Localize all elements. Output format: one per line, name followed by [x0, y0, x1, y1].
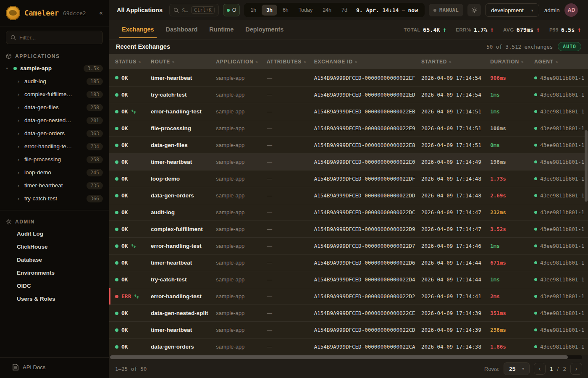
sidebar-item-loop-demo[interactable]: › loop-demo 245 — [0, 166, 109, 179]
table-row[interactable]: OK file-processing sample-app — A154B9A9… — [109, 120, 588, 136]
sidebar-item-oidc[interactable]: OIDC — [0, 279, 109, 292]
sidebar-item-file-processing[interactable]: › file-processing 258 — [0, 153, 109, 166]
table-row[interactable]: OK timer-heartbeat sample-app — A154B9A9… — [109, 321, 588, 338]
started-cell: 2026-04-09 17:14:38 — [421, 344, 490, 350]
avatar[interactable]: AD — [564, 3, 578, 17]
global-search-input[interactable]: S… Ctrl+K — [169, 4, 219, 16]
agent-cell: 43ee9811b801-1 — [534, 243, 588, 249]
started-cell: 2026-04-09 17:14:41 — [421, 293, 490, 299]
sidebar-item-timer-heartbeat[interactable]: › timer-heartbeat 735 — [0, 179, 109, 192]
tab-exchanges[interactable]: Exchanges — [116, 21, 160, 38]
time-range-today[interactable]: Today — [294, 5, 317, 16]
sidebar-item-data-gen-files[interactable]: › data-gen-files 258 — [0, 101, 109, 114]
sidebar-item-clickhouse[interactable]: ClickHouse — [0, 240, 109, 253]
build-version: 69dcce2 — [63, 10, 86, 16]
agent-cell: 43ee9811b801-1 — [534, 159, 588, 165]
sidebar-item-data-gen-orders[interactable]: › data-gen-orders 363 — [0, 127, 109, 140]
chevron-right-icon[interactable]: › — [17, 130, 21, 136]
horizontal-scrollbar-thumb[interactable] — [110, 355, 568, 359]
time-range-24h[interactable]: 24h — [318, 5, 336, 16]
ok-dot — [115, 312, 118, 315]
table-row[interactable]: OK error-handling-test sample-app — A154… — [109, 237, 588, 254]
horizontal-scrollbar[interactable] — [110, 355, 582, 359]
ok-dot — [115, 261, 118, 265]
manual-mode-button[interactable]: MANUAL — [429, 4, 463, 16]
column-header-duration[interactable]: DURATION⇅ — [490, 59, 534, 65]
trend-up-icon: ↑ — [536, 26, 540, 34]
tab-runtime[interactable]: Runtime — [203, 21, 239, 38]
tab-dashboard[interactable]: Dashboard — [160, 21, 204, 38]
date-range-display[interactable]: 9. Apr. 14:14 – now — [353, 7, 423, 13]
agent-status-dot — [534, 127, 537, 130]
column-header-attributes[interactable]: ATTRIBUTES⇅ — [267, 59, 314, 65]
time-range-6h[interactable]: 6h — [278, 5, 293, 16]
sidebar-item-audit-log[interactable]: Audit Log — [0, 227, 109, 240]
table-row[interactable]: OK timer-heartbeat sample-app — A154B9A9… — [109, 254, 588, 271]
sidebar-item-api-docs[interactable]: API Docs — [0, 357, 109, 378]
table-row[interactable]: OK audit-log sample-app — A154B9A999DFCE… — [109, 204, 588, 220]
time-range-3h[interactable]: 3h — [262, 5, 277, 16]
column-header-started[interactable]: STARTED⇅ — [421, 59, 490, 65]
time-range-1h[interactable]: 1h — [246, 5, 261, 16]
auto-refresh-badge[interactable]: AUTO — [558, 42, 581, 51]
column-header-exchange-id[interactable]: EXCHANGE ID⇅ — [314, 59, 421, 65]
table-row[interactable]: OK try-catch-test sample-app — A154B9A99… — [109, 271, 588, 288]
sidebar-item-error-handling-te[interactable]: › error-handling-te… 734 — [0, 140, 109, 153]
table-row[interactable]: OK loop-demo sample-app — A154B9A999DFCE… — [109, 170, 588, 187]
table-row[interactable]: OK try-catch-test sample-app — A154B9A99… — [109, 86, 588, 103]
live-status-button[interactable]: O — [223, 4, 240, 16]
sidebar-item-try-catch-test[interactable]: › try-catch-test 366 — [0, 192, 109, 205]
chevron-down-icon[interactable]: › — [6, 65, 10, 71]
chevron-right-icon[interactable]: › — [17, 182, 21, 189]
sidebar-collapse-button[interactable]: « — [99, 9, 103, 17]
chevron-right-icon[interactable]: › — [17, 195, 21, 202]
agent-status-dot — [534, 312, 537, 315]
attributes-cell: — — [267, 293, 314, 299]
environment-select[interactable]: development ▾ — [485, 3, 539, 17]
chevron-right-icon[interactable]: › — [17, 156, 21, 163]
sidebar-item-sample-app[interactable]: › sample-app 3.5k — [0, 62, 109, 75]
vertical-scrollbar-thumb[interactable] — [585, 130, 588, 202]
column-header-status[interactable]: STATUS⇅ — [115, 59, 151, 65]
chevron-right-icon[interactable]: › — [17, 169, 21, 176]
filter-input[interactable]: Filter... — [6, 31, 103, 44]
chevron-right-icon[interactable]: › — [17, 104, 21, 110]
sidebar-item-users-amp-roles[interactable]: Users & Roles — [0, 292, 109, 305]
sidebar-item-complex-fulfillme[interactable]: › complex-fulfillme… 183 — [0, 88, 109, 101]
table-row[interactable]: OK data-gen-nested-split sample-app — A1… — [109, 304, 588, 321]
next-page-button[interactable]: › — [570, 363, 582, 375]
admin-section-header: ADMIN — [0, 211, 109, 227]
ok-dot — [115, 127, 118, 130]
sidebar-item-database[interactable]: Database — [0, 253, 109, 266]
application-cell: sample-app — [216, 344, 267, 350]
table-row[interactable]: OK data-gen-orders sample-app — A154B9A9… — [109, 338, 588, 355]
time-range-7d[interactable]: 7d — [337, 5, 352, 16]
column-header-application[interactable]: APPLICATION⇅ — [216, 59, 267, 65]
table-row[interactable]: OK timer-heartbeat sample-app — A154B9A9… — [109, 69, 588, 86]
duration-cell: 1.86s — [490, 344, 534, 350]
theme-toggle-button[interactable] — [467, 4, 481, 16]
attributes-cell: — — [267, 260, 314, 266]
table-row[interactable]: OK complex-fulfillment sample-app — A154… — [109, 220, 588, 237]
column-header-route[interactable]: ROUTE⇅ — [151, 59, 216, 65]
table-row[interactable]: OK data-gen-orders sample-app — A154B9A9… — [109, 187, 588, 204]
application-cell: sample-app — [216, 176, 267, 182]
rows-per-page-select[interactable]: 25 ▾ — [504, 362, 530, 375]
tab-deployments[interactable]: Deployments — [239, 21, 289, 38]
sort-icon: ⇅ — [449, 60, 452, 64]
table-row[interactable]: OK error-handling-test sample-app — A154… — [109, 103, 588, 120]
chevron-right-icon[interactable]: › — [17, 78, 21, 84]
footprints-icon — [134, 294, 139, 299]
table-row[interactable]: OK timer-heartbeat sample-app — A154B9A9… — [109, 153, 588, 170]
chevron-right-icon[interactable]: › — [17, 143, 21, 150]
column-header-agent[interactable]: AGENT⇅ — [534, 59, 588, 65]
sidebar-item-data-gen-nested[interactable]: › data-gen-nested… 201 — [0, 114, 109, 127]
chevron-right-icon[interactable]: › — [17, 91, 21, 97]
started-cell: 2026-04-09 17:14:54 — [421, 75, 490, 81]
prev-page-button[interactable]: ‹ — [534, 363, 546, 375]
table-row[interactable]: ERR error-handling-test sample-app — A15… — [109, 288, 588, 304]
chevron-right-icon[interactable]: › — [17, 117, 21, 123]
table-row[interactable]: OK data-gen-files sample-app — A154B9A99… — [109, 136, 588, 153]
sidebar-item-environments[interactable]: Environments — [0, 266, 109, 279]
sidebar-item-audit-log[interactable]: › audit-log 185 — [0, 75, 109, 88]
